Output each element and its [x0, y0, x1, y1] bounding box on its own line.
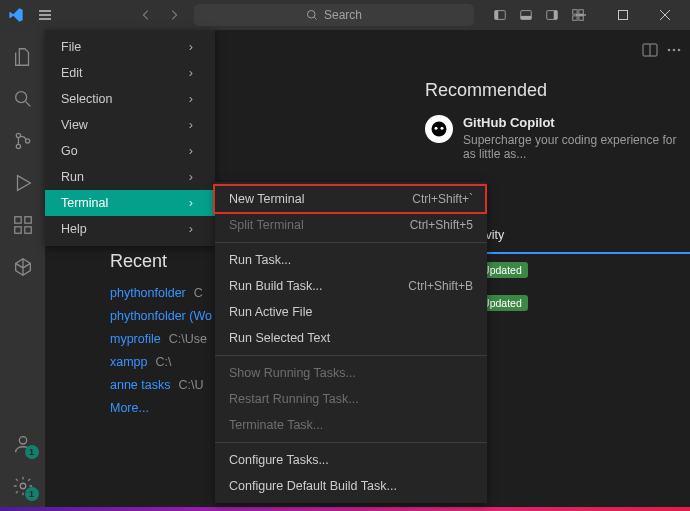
chevron-right-icon: › — [189, 118, 193, 132]
submenu-run-build-task[interactable]: Run Build Task...Ctrl+Shift+B — [215, 273, 487, 299]
svg-point-28 — [441, 127, 444, 130]
search-icon — [306, 9, 318, 21]
main-menu: File› Edit› Selection› View› Go› Run› Te… — [45, 30, 215, 246]
nav-forward-icon[interactable] — [162, 4, 186, 26]
svg-point-23 — [668, 49, 671, 52]
svg-rect-11 — [619, 11, 628, 20]
menu-run[interactable]: Run› — [45, 164, 215, 190]
svg-rect-19 — [24, 217, 30, 223]
close-button[interactable] — [644, 0, 686, 30]
menu-separator — [215, 242, 487, 243]
submenu-run-task[interactable]: Run Task... — [215, 247, 487, 273]
menu-go[interactable]: Go› — [45, 138, 215, 164]
search-view-icon[interactable] — [1, 78, 45, 120]
svg-point-12 — [15, 92, 26, 103]
menu-separator — [215, 355, 487, 356]
split-editor-icon[interactable] — [642, 42, 658, 58]
svg-rect-2 — [495, 11, 499, 20]
submenu-configure-tasks[interactable]: Configure Tasks... — [215, 447, 487, 473]
svg-point-25 — [678, 49, 681, 52]
recommended-heading: Recommended — [425, 80, 690, 101]
activity-bar: 1 1 — [0, 30, 45, 507]
explorer-icon[interactable] — [1, 36, 45, 78]
maximize-button[interactable] — [602, 0, 644, 30]
chevron-right-icon: › — [189, 144, 193, 158]
chevron-right-icon: › — [189, 196, 193, 210]
settings-gear-icon[interactable]: 1 — [1, 465, 45, 507]
terminal-submenu: New TerminalCtrl+Shift+` Split TerminalC… — [215, 182, 487, 503]
recommended-subtitle: Supercharge your coding experience for a… — [463, 133, 690, 161]
svg-rect-6 — [554, 11, 558, 20]
minimize-button[interactable] — [560, 0, 602, 30]
search-placeholder: Search — [324, 8, 362, 22]
title-bar: Search — [0, 0, 690, 30]
svg-rect-17 — [14, 227, 20, 233]
accounts-badge: 1 — [25, 445, 39, 459]
svg-point-24 — [673, 49, 676, 52]
nav-arrows — [134, 4, 186, 26]
toggle-panel-left-icon[interactable] — [488, 4, 512, 26]
extensions-icon[interactable] — [1, 204, 45, 246]
recommended-title: GitHub Copilot — [463, 115, 690, 130]
menu-selection[interactable]: Selection› — [45, 86, 215, 112]
svg-point-0 — [307, 11, 315, 19]
svg-rect-16 — [14, 217, 20, 223]
recommended-item[interactable]: GitHub Copilot Supercharge your coding e… — [425, 115, 690, 161]
remote-explorer-icon[interactable] — [1, 246, 45, 288]
svg-rect-18 — [24, 227, 30, 233]
command-center-search[interactable]: Search — [194, 4, 474, 26]
menu-edit[interactable]: Edit› — [45, 60, 215, 86]
window-controls — [560, 0, 686, 30]
menu-help[interactable]: Help› — [45, 216, 215, 242]
source-control-icon[interactable] — [1, 120, 45, 162]
hamburger-menu-icon[interactable] — [34, 4, 56, 26]
settings-badge: 1 — [25, 487, 39, 501]
submenu-configure-default-build[interactable]: Configure Default Build Task... — [215, 473, 487, 499]
chevron-right-icon: › — [189, 170, 193, 184]
vscode-logo-icon — [8, 7, 24, 23]
menu-terminal[interactable]: Terminal› — [45, 190, 215, 216]
status-bar — [0, 507, 690, 511]
menu-separator — [215, 442, 487, 443]
submenu-restart-running-task[interactable]: Restart Running Task... — [215, 386, 487, 412]
svg-point-21 — [20, 483, 26, 489]
submenu-run-selected-text[interactable]: Run Selected Text — [215, 325, 487, 351]
svg-point-27 — [435, 127, 438, 130]
accounts-icon[interactable]: 1 — [1, 423, 45, 465]
copilot-icon — [425, 115, 453, 143]
svg-point-26 — [432, 122, 447, 137]
submenu-show-running-tasks[interactable]: Show Running Tasks... — [215, 360, 487, 386]
run-debug-icon[interactable] — [1, 162, 45, 204]
menu-view[interactable]: View› — [45, 112, 215, 138]
chevron-right-icon: › — [189, 222, 193, 236]
svg-point-13 — [16, 133, 20, 137]
submenu-terminate-task[interactable]: Terminate Task... — [215, 412, 487, 438]
toggle-panel-bottom-icon[interactable] — [514, 4, 538, 26]
nav-back-icon[interactable] — [134, 4, 158, 26]
svg-point-20 — [19, 437, 26, 444]
submenu-split-terminal[interactable]: Split TerminalCtrl+Shift+5 — [215, 212, 487, 238]
menu-file[interactable]: File› — [45, 34, 215, 60]
svg-rect-4 — [521, 16, 532, 20]
submenu-run-active-file[interactable]: Run Active File — [215, 299, 487, 325]
svg-point-14 — [16, 144, 20, 148]
chevron-right-icon: › — [189, 92, 193, 106]
more-actions-icon[interactable] — [666, 42, 682, 58]
chevron-right-icon: › — [189, 40, 193, 54]
chevron-right-icon: › — [189, 66, 193, 80]
submenu-new-terminal[interactable]: New TerminalCtrl+Shift+` — [215, 186, 487, 212]
